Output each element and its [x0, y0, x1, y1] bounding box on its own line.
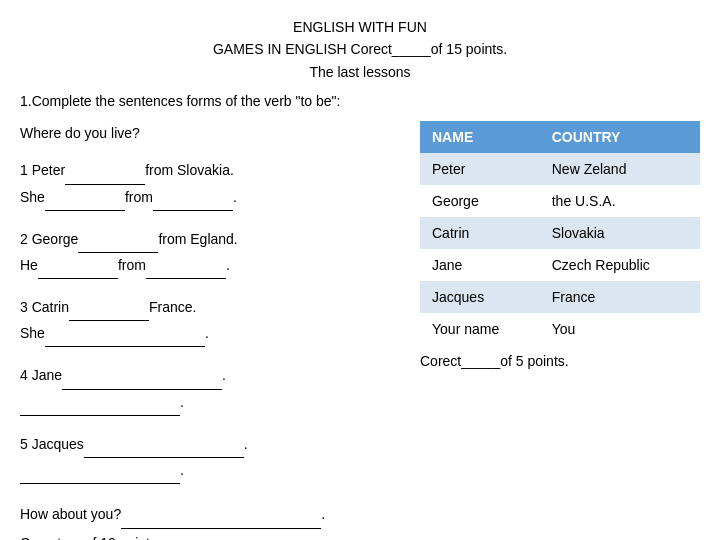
table-cell-name: Peter [420, 153, 540, 185]
section-5: 5 Jacques . . [20, 432, 400, 484]
table-cell-name: George [420, 185, 540, 217]
table-row: PeterNew Zeland [420, 153, 700, 185]
blank-how-about[interactable] [121, 500, 321, 529]
section4-line1: 4 Jane . [20, 363, 400, 389]
section5-line2: . [20, 458, 400, 484]
blank8[interactable] [45, 321, 205, 347]
blank4[interactable] [78, 227, 158, 253]
corect-bottom-text: Corect_____of 5 points. [420, 353, 700, 369]
table-cell-country: Slovakia [540, 217, 700, 249]
table-row: Georgethe U.S.A. [420, 185, 700, 217]
question-text: Where do you live? [20, 121, 400, 146]
table-cell-country: France [540, 281, 700, 313]
table-cell-country: You [540, 313, 700, 345]
table-cell-country: New Zeland [540, 153, 700, 185]
section2-line1: 2 George from Egland. [20, 227, 400, 253]
blank1[interactable] [65, 158, 145, 184]
table-row: JaneCzech Republic [420, 249, 700, 281]
table-header-name: NAME [420, 121, 540, 153]
table-row: JacquesFrance [420, 281, 700, 313]
blank9[interactable] [62, 363, 222, 389]
blank5[interactable] [38, 253, 118, 279]
section2-line2: He from . [20, 253, 400, 279]
table-cell-name: Your name [420, 313, 540, 345]
right-column: NAME COUNTRY PeterNew ZelandGeorgethe U.… [420, 121, 700, 369]
blank10[interactable] [20, 390, 180, 416]
table-cell-country: Czech Republic [540, 249, 700, 281]
header-line2: GAMES IN ENGLISH Corect_____of 15 points… [20, 38, 700, 60]
bottom-line1: How about you? . [20, 500, 400, 529]
section4-line2: . [20, 390, 400, 416]
table-row: Your nameYou [420, 313, 700, 345]
table-row: CatrinSlovakia [420, 217, 700, 249]
section3-line2: She . [20, 321, 400, 347]
main-layout: Where do you live? 1 Peter from Slovakia… [20, 121, 700, 540]
table-cell-name: Jacques [420, 281, 540, 313]
section-2: 2 George from Egland. He from . [20, 227, 400, 279]
name-country-table: NAME COUNTRY PeterNew ZelandGeorgethe U.… [420, 121, 700, 345]
section-3: 3 Catrin France. She . [20, 295, 400, 347]
blank6[interactable] [146, 253, 226, 279]
table-cell-name: Catrin [420, 217, 540, 249]
blank2[interactable] [45, 185, 125, 211]
intro-text: 1.Complete the sentences forms of the ve… [20, 93, 700, 109]
blank3[interactable] [153, 185, 233, 211]
section5-line1: 5 Jacques . [20, 432, 400, 458]
section-1: 1 Peter from Slovakia. She from . [20, 158, 400, 210]
section1-line2: She from . [20, 185, 400, 211]
table-cell-name: Jane [420, 249, 540, 281]
table-header-country: COUNTRY [540, 121, 700, 153]
page-header: ENGLISH WITH FUN GAMES IN ENGLISH Corect… [20, 16, 700, 83]
header-line3: The last lessons [20, 61, 700, 83]
bottom-line2: Corect___of 10 points [20, 529, 400, 540]
section3-line1: 3 Catrin France. [20, 295, 400, 321]
left-column: Where do you live? 1 Peter from Slovakia… [20, 121, 400, 540]
bottom-section: How about you? . Corect___of 10 points [20, 500, 400, 540]
blank11[interactable] [84, 432, 244, 458]
table-cell-country: the U.S.A. [540, 185, 700, 217]
section1-line1: 1 Peter from Slovakia. [20, 158, 400, 184]
header-line1: ENGLISH WITH FUN [20, 16, 700, 38]
section-4: 4 Jane . . [20, 363, 400, 415]
blank7[interactable] [69, 295, 149, 321]
blank12[interactable] [20, 458, 180, 484]
